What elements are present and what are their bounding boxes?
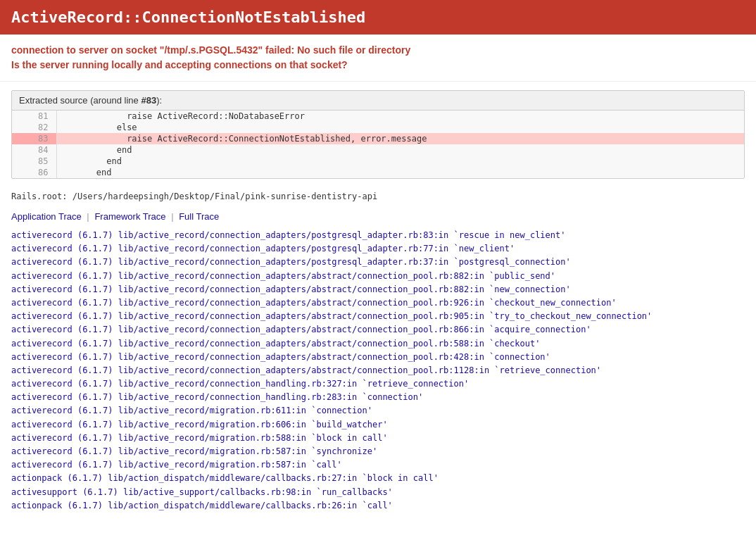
trace-item[interactable]: activerecord (6.1.7) lib/active_record/m… — [11, 445, 745, 458]
source-header: Extracted source (around line #83): — [12, 91, 744, 111]
trace-item[interactable]: activerecord (6.1.7) lib/active_record/c… — [11, 323, 745, 337]
line-number: 82 — [12, 122, 57, 133]
error-description: connection to server on socket "/tmp/.s.… — [0, 35, 756, 82]
error-title: ActiveRecord::ConnectionNotEstablished — [11, 8, 745, 26]
code-line: 82 else — [12, 122, 744, 133]
trace-item[interactable]: activerecord (6.1.7) lib/active_record/c… — [11, 391, 745, 404]
line-code: raise ActiveRecord::NoDatabaseError — [57, 111, 744, 122]
trace-item[interactable]: activerecord (6.1.7) lib/active_record/c… — [11, 351, 745, 364]
source-label: Extracted source (around line #83): — [19, 95, 162, 106]
tab-separator-1: | — [87, 211, 89, 222]
trace-item[interactable]: activerecord (6.1.7) lib/active_record/m… — [11, 432, 745, 445]
trace-item[interactable]: activesupport (6.1.7) lib/active_support… — [11, 486, 745, 499]
error-header: ActiveRecord::ConnectionNotEstablished — [0, 0, 756, 35]
code-line: 85 end — [12, 156, 744, 167]
trace-item[interactable]: activerecord (6.1.7) lib/active_record/c… — [11, 364, 745, 377]
trace-item[interactable]: activerecord (6.1.7) lib/active_record/m… — [11, 418, 745, 432]
tab-separator-2: | — [171, 211, 173, 222]
full-trace-tab[interactable]: Full Trace — [179, 211, 219, 222]
line-number: 81 — [12, 111, 57, 122]
trace-item[interactable]: activerecord (6.1.7) lib/active_record/c… — [11, 337, 745, 351]
line-code: end — [57, 156, 744, 167]
line-code: end — [57, 144, 744, 156]
line-number: 84 — [12, 144, 57, 156]
rails-root-text: Rails.root: /Users/hardeepsingh/Desktop/… — [11, 192, 377, 201]
trace-item[interactable]: activerecord (6.1.7) lib/active_record/c… — [11, 270, 745, 283]
line-number: 83 — [12, 133, 57, 144]
line-code: end — [57, 167, 744, 178]
trace-item[interactable]: activerecord (6.1.7) lib/active_record/c… — [11, 283, 745, 296]
trace-item[interactable]: activerecord (6.1.7) lib/active_record/m… — [11, 458, 745, 472]
trace-item[interactable]: activerecord (6.1.7) lib/active_record/c… — [11, 296, 745, 310]
code-line: 81 raise ActiveRecord::NoDatabaseError — [12, 111, 744, 122]
code-table: 81 raise ActiveRecord::NoDatabaseError82… — [12, 111, 744, 178]
trace-list: activerecord (6.1.7) lib/active_record/c… — [0, 227, 756, 527]
code-line: 83 raise ActiveRecord::ConnectionNotEsta… — [12, 133, 744, 144]
error-line1: connection to server on socket "/tmp/.s.… — [11, 43, 745, 58]
trace-item[interactable]: activerecord (6.1.7) lib/active_record/c… — [11, 242, 745, 256]
trace-item[interactable]: activerecord (6.1.7) lib/active_record/c… — [11, 377, 745, 391]
trace-item[interactable]: activerecord (6.1.7) lib/active_record/c… — [11, 256, 745, 269]
framework-trace-tab[interactable]: Framework Trace — [94, 211, 165, 222]
trace-tabs: Application Trace | Framework Trace | Fu… — [0, 208, 756, 227]
trace-item[interactable]: actionpack (6.1.7) lib/action_dispatch/m… — [11, 499, 745, 513]
trace-item[interactable]: activerecord (6.1.7) lib/active_record/m… — [11, 404, 745, 418]
trace-item[interactable]: activerecord (6.1.7) lib/active_record/c… — [11, 310, 745, 323]
error-line2: Is the server running locally and accept… — [11, 58, 745, 73]
source-code-section: Extracted source (around line #83): 81 r… — [11, 90, 745, 179]
trace-item[interactable]: activerecord (6.1.7) lib/active_record/c… — [11, 229, 745, 242]
line-number: 86 — [12, 167, 57, 178]
line-code: raise ActiveRecord::ConnectionNotEstabli… — [57, 133, 744, 144]
line-code: else — [57, 122, 744, 133]
rails-root: Rails.root: /Users/hardeepsingh/Desktop/… — [0, 187, 756, 208]
trace-item[interactable]: actionpack (6.1.7) lib/action_dispatch/m… — [11, 472, 745, 485]
application-trace-tab[interactable]: Application Trace — [11, 211, 82, 222]
code-line: 84 end — [12, 144, 744, 156]
code-line: 86 end — [12, 167, 744, 178]
line-number: 85 — [12, 156, 57, 167]
